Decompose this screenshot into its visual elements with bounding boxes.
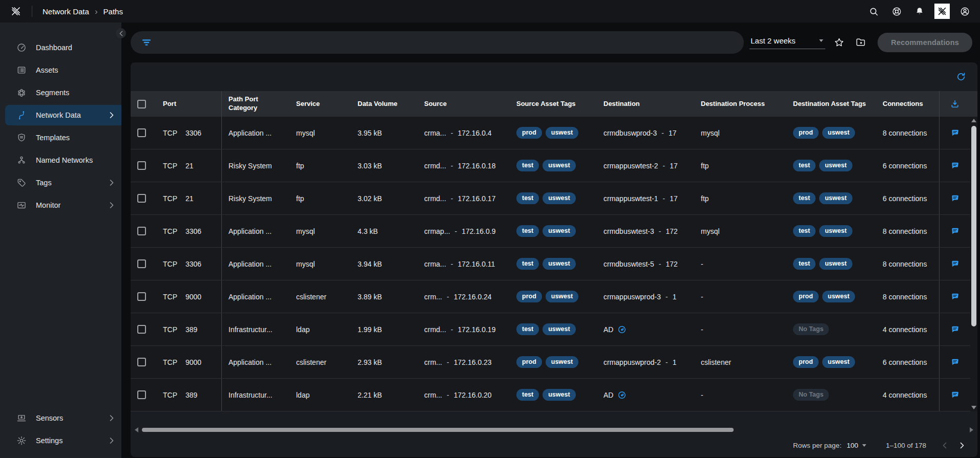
sidebar-item-tags[interactable]: Tags <box>0 172 121 193</box>
connection-details-icon[interactable] <box>950 161 960 171</box>
connections-cell: 4 connections <box>876 313 939 345</box>
table-row[interactable]: TCP389Infrastructur...ldap1.99 kBcrmd...… <box>131 313 977 346</box>
connection-details-icon[interactable] <box>950 128 960 138</box>
download-icon[interactable] <box>950 99 960 109</box>
row-checkbox[interactable] <box>137 358 146 366</box>
filter-bar[interactable] <box>131 31 744 54</box>
table-row[interactable]: TCP3306Application ...mysql4.3 kBcrmap..… <box>131 215 977 248</box>
time-range-select[interactable]: Last 2 weeks <box>749 36 825 49</box>
port-cell: TCP21 <box>156 149 222 182</box>
column-header-source-asset-tags[interactable]: Source Asset Tags <box>510 91 597 117</box>
recommendations-button[interactable]: Recommendations <box>878 33 972 52</box>
column-header-connections[interactable]: Connections <box>876 91 939 117</box>
destination-asset-tags-cell: testuswest <box>786 182 876 214</box>
table-row[interactable]: TCP3306Application ...mysql3.94 kBcrma..… <box>131 248 977 280</box>
sidebar-item-dashboard[interactable]: Dashboard <box>0 37 121 58</box>
sidebar-item-templates[interactable]: Templates <box>0 127 121 148</box>
ad-redirect-icon[interactable] <box>618 325 626 334</box>
column-header-destination-asset-tags[interactable]: Destination Asset Tags <box>786 91 876 117</box>
org-logo[interactable] <box>934 4 950 19</box>
row-checkbox[interactable] <box>137 194 146 203</box>
connection-details-icon[interactable] <box>950 193 960 204</box>
connection-details-icon[interactable] <box>950 390 960 400</box>
sidebar-item-label: Segments <box>36 89 69 97</box>
sidebar-item-assets[interactable]: Assets <box>0 60 121 80</box>
topbar-divider <box>32 6 32 17</box>
scroll-down-arrow-icon[interactable] <box>971 406 976 409</box>
search-icon[interactable] <box>865 3 882 19</box>
vertical-scrollbar[interactable] <box>970 117 977 411</box>
horizontal-scrollbar[interactable] <box>131 426 977 433</box>
filter-input[interactable] <box>159 38 734 47</box>
vertical-scrollbar-thumb[interactable] <box>971 126 976 326</box>
sidebar-item-segments[interactable]: Segments <box>0 82 121 103</box>
table-row[interactable]: TCP9000Application ...cslistener3.89 kBc… <box>131 280 977 313</box>
horizontal-scrollbar-track[interactable] <box>141 427 967 433</box>
destination-cell: crmappuswprod-3-1 <box>597 280 694 313</box>
table-row[interactable]: TCP21Risky Systemftp3.03 kBcrmd...-172.1… <box>131 149 977 182</box>
row-checkbox[interactable] <box>137 259 146 268</box>
row-checkbox[interactable] <box>137 325 146 334</box>
paths-table-panel: PortPath Port CategoryServiceData Volume… <box>131 62 977 457</box>
column-header-data-volume[interactable]: Data Volume <box>351 91 418 117</box>
sidebar-item-monitor[interactable]: Monitor <box>0 195 121 215</box>
destination-process-cell: - <box>694 313 786 345</box>
favorite-star-icon[interactable] <box>831 37 847 48</box>
column-header-destination[interactable]: Destination <box>597 91 694 117</box>
breadcrumb-chevron-icon: › <box>95 7 98 16</box>
connection-details-icon[interactable] <box>950 259 960 269</box>
row-checkbox[interactable] <box>137 292 146 301</box>
path-port-category-cell: Risky System <box>222 149 289 182</box>
table-row[interactable]: TCP389Infrastructur...ldap2.21 kBcrm...-… <box>131 379 977 411</box>
source-asset-tags-cell: testuswest <box>510 149 597 182</box>
column-header-port[interactable]: Port <box>156 91 222 117</box>
sidebar-item-settings[interactable]: Settings <box>0 430 121 451</box>
app-logo-icon[interactable] <box>0 5 32 17</box>
breadcrumb-section[interactable]: Network Data <box>43 7 89 16</box>
rows-per-page-select[interactable]: 100 <box>847 442 867 449</box>
tag-uswest: uswest <box>819 192 852 204</box>
table-row[interactable]: TCP3306Application ...mysql3.95 kBcrma..… <box>131 117 977 149</box>
horizontal-scrollbar-thumb[interactable] <box>142 428 734 432</box>
column-header-source[interactable]: Source <box>418 91 510 117</box>
row-checkbox[interactable] <box>137 390 146 399</box>
table-row[interactable]: TCP9000Application ...cslistener2.93 kBc… <box>131 346 977 379</box>
connection-details-icon[interactable] <box>950 357 960 367</box>
tag-test: test <box>516 192 539 204</box>
scroll-left-arrow-icon[interactable] <box>135 427 138 432</box>
refresh-icon[interactable] <box>956 72 966 82</box>
table-row[interactable]: TCP21Risky Systemftp3.02 kBcrmd...-172.1… <box>131 182 977 215</box>
scroll-up-arrow-icon[interactable] <box>971 119 976 122</box>
previous-page-button[interactable] <box>943 442 947 449</box>
help-icon[interactable] <box>888 3 905 19</box>
connection-details-icon[interactable] <box>950 324 960 335</box>
column-header-destination-process[interactable]: Destination Process <box>694 91 786 117</box>
column-header-path-port-category[interactable]: Path Port Category <box>222 91 289 117</box>
next-page-button[interactable] <box>960 442 964 449</box>
saved-filters-folder-icon[interactable] <box>853 37 868 48</box>
tag-uswest: uswest <box>543 389 575 401</box>
breadcrumb-page[interactable]: Paths <box>103 7 123 16</box>
no-tags-badge: No Tags <box>793 389 829 401</box>
row-checkbox[interactable] <box>137 227 146 235</box>
rows-per-page-value: 100 <box>847 442 859 449</box>
notifications-icon[interactable] <box>911 3 928 19</box>
row-checkbox[interactable] <box>137 128 146 137</box>
row-select-cell <box>131 346 156 378</box>
connection-details-icon[interactable] <box>950 226 960 236</box>
scroll-right-arrow-icon[interactable] <box>970 427 973 432</box>
select-all-checkbox[interactable] <box>137 100 146 108</box>
sidebar-collapse-button[interactable] <box>116 28 126 38</box>
row-action-cell <box>939 248 970 280</box>
ad-redirect-icon[interactable] <box>618 391 626 399</box>
sidebar-item-label: Sensors <box>36 414 63 422</box>
column-header-service[interactable]: Service <box>289 91 351 117</box>
tag-test: test <box>793 192 816 204</box>
account-icon[interactable] <box>956 3 973 19</box>
row-checkbox[interactable] <box>137 161 146 170</box>
sidebar-item-network-data[interactable]: Network Data <box>5 105 121 125</box>
chevron-left-icon <box>119 31 123 36</box>
sidebar-item-sensors[interactable]: Sensors <box>0 408 121 428</box>
connection-details-icon[interactable] <box>950 292 960 302</box>
sidebar-item-named-networks[interactable]: Named Networks <box>0 150 121 170</box>
